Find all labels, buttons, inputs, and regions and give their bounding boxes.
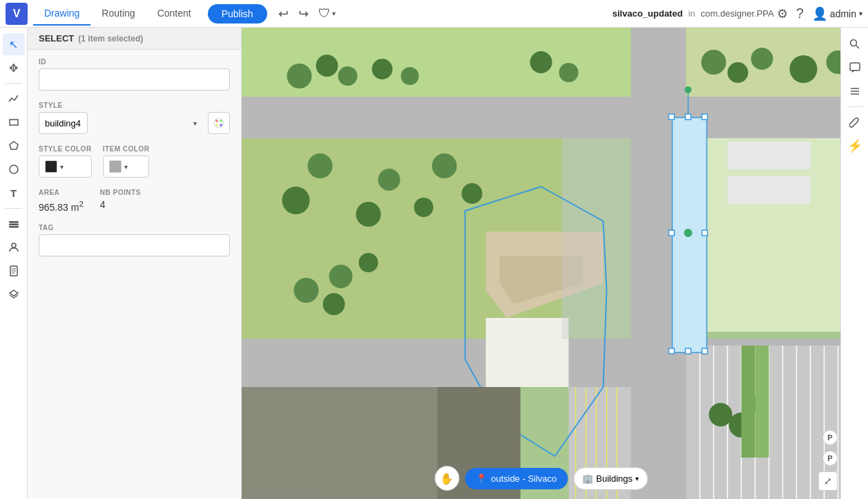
text-tool-button[interactable]: T (3, 182, 25, 204)
settings-button[interactable]: ⚙ (777, 6, 788, 21)
svg-point-80 (329, 265, 353, 288)
svg-point-72 (685, 86, 692, 93)
user-menu-button[interactable]: 👤 admin ▾ (812, 6, 862, 21)
move-tool-button[interactable]: ✥ (3, 57, 25, 79)
layers-tool-button[interactable] (3, 213, 25, 235)
svg-point-47 (401, 67, 419, 85)
polygon-tool-button[interactable] (3, 135, 25, 157)
redo-button[interactable]: ↪ (296, 3, 311, 24)
buildings-button[interactable]: 🏢 Buildings ▾ (573, 467, 648, 490)
id-input[interactable] (39, 68, 230, 91)
select-count: (1 item selected) (78, 34, 143, 44)
svg-point-92 (850, 40, 856, 46)
topbar-tabs: Drawing Routing Content (33, 2, 202, 26)
style-select[interactable]: building4 (39, 112, 88, 134)
svg-rect-5 (9, 226, 19, 228)
tool-divider-1 (6, 83, 22, 84)
svg-point-15 (220, 124, 222, 126)
map-container[interactable]: ✋ 📍 outside - Silvaco 🏢 Buildings ▾ P P … (242, 28, 840, 499)
wrench-panel-button[interactable] (844, 111, 866, 133)
svg-point-75 (356, 202, 381, 227)
item-color-button[interactable]: ▾ (103, 156, 150, 178)
map-bottom-controls: ✋ 📍 outside - Silvaco 🏢 Buildings ▾ (434, 466, 648, 491)
tool-divider-2 (6, 208, 22, 209)
file-info: silvaco_updated in com.designer.PPA (613, 8, 774, 19)
metrics-field-group: AREA 965.83 m2 NB POINTS 4 (39, 189, 230, 213)
svg-rect-94 (850, 63, 860, 70)
tab-drawing[interactable]: Drawing (33, 2, 90, 26)
select-tool-button[interactable]: ↖ (3, 33, 25, 55)
svg-point-44 (316, 55, 338, 77)
map-bottom-right: P P ⤢ (818, 430, 838, 491)
tab-content[interactable]: Content (146, 2, 202, 26)
svg-rect-0 (10, 120, 18, 125)
style-dropdown-wrapper: building4 ▾ (39, 112, 202, 134)
svg-point-46 (372, 59, 393, 79)
left-toolbar: ↖ ✥ T (0, 28, 28, 499)
svg-rect-67 (686, 348, 691, 354)
user-avatar-icon: 👤 (812, 6, 827, 21)
location-button[interactable]: 📍 outside - Silvaco (465, 468, 568, 489)
bolt-panel-button[interactable]: ⚡ (844, 135, 866, 157)
user-label: admin (830, 8, 856, 19)
shield-button[interactable]: 🛡 ▾ (316, 3, 338, 23)
nb-points-label: NB POINTS (100, 189, 141, 196)
stats-tool-button[interactable] (3, 88, 25, 110)
doc-icon (8, 265, 19, 276)
color-field-group: STYLE COLOR ▾ ITEM COLOR ▾ (39, 145, 230, 178)
svg-point-83 (323, 293, 345, 315)
help-button[interactable]: ? (796, 6, 804, 21)
menu-panel-button[interactable] (844, 80, 866, 102)
stack-icon (8, 289, 19, 300)
panel-header: SELECT (1 item selected) (28, 28, 241, 50)
svg-rect-62 (669, 114, 675, 120)
tag-input[interactable] (39, 234, 230, 256)
user-icon (8, 242, 19, 253)
svg-point-82 (294, 278, 319, 303)
nb-points-value: 4 (100, 199, 141, 210)
undo-button[interactable]: ↩ (276, 3, 291, 24)
area-value: 965.83 m2 (39, 199, 84, 213)
svg-point-2 (10, 165, 18, 173)
chat-panel-button[interactable] (844, 57, 866, 79)
svg-point-79 (462, 183, 483, 204)
svg-point-45 (338, 66, 358, 86)
panel-content: ID STYLE building4 ▾ (28, 50, 241, 276)
map-canvas[interactable] (242, 28, 840, 499)
doc-tool-button[interactable] (3, 260, 25, 282)
user-tool-button[interactable] (3, 236, 25, 258)
chat-icon (849, 62, 860, 73)
svg-point-53 (790, 55, 818, 83)
svg-rect-55 (728, 142, 811, 169)
rect-icon (8, 117, 19, 128)
svg-point-70 (684, 229, 693, 237)
svg-point-16 (215, 124, 218, 126)
svg-line-93 (856, 46, 859, 49)
style-color-dropdown-icon: ▾ (60, 163, 64, 171)
style-color-button[interactable]: ▾ (39, 156, 92, 178)
svg-point-81 (359, 253, 378, 272)
hand-button[interactable]: ✋ (434, 466, 459, 491)
id-field-group: ID (39, 58, 230, 91)
circle-tool-button[interactable] (3, 158, 25, 180)
svg-marker-1 (10, 142, 18, 149)
wrench-icon (849, 117, 860, 128)
palette-button[interactable] (208, 112, 230, 134)
svg-point-86 (709, 403, 733, 426)
svg-point-51 (728, 62, 749, 83)
tag-field-group: TAG (39, 224, 230, 256)
svg-marker-11 (10, 290, 18, 296)
color-row: STYLE COLOR ▾ ITEM COLOR ▾ (39, 145, 230, 178)
fullscreen-button[interactable]: ⤢ (818, 471, 838, 491)
rect-tool-button[interactable] (3, 111, 25, 133)
publish-button[interactable]: Publish (208, 4, 267, 23)
chevron-down-icon: ▾ (193, 120, 197, 127)
menu-icon (849, 86, 860, 97)
search-panel-button[interactable] (844, 33, 866, 55)
buildings-icon: 🏢 (582, 473, 593, 484)
svg-point-13 (215, 120, 218, 122)
stack-tool-button[interactable] (3, 283, 25, 305)
tab-routing[interactable]: Routing (90, 2, 146, 26)
topbar: V Drawing Routing Content Publish ↩ ↪ 🛡 … (0, 0, 868, 28)
search-icon (849, 39, 860, 50)
